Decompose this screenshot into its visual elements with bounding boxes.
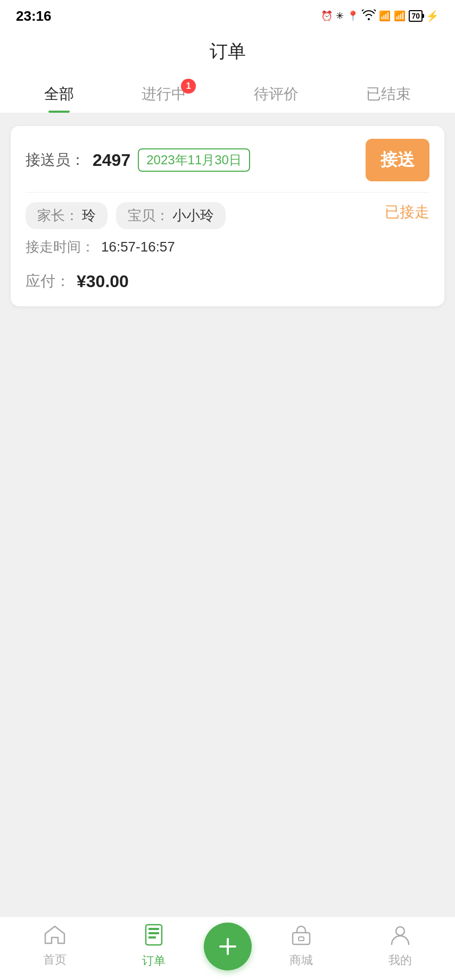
child-tag-label: 宝贝： bbox=[128, 206, 169, 225]
order-card-header: 接送员： 2497 2023年11月30日 接送 bbox=[26, 139, 429, 181]
tabs-bar: 全部 进行中 1 待评价 已结束 bbox=[0, 74, 455, 113]
content-area: 接送员： 2497 2023年11月30日 接送 已接走 家长： 玲 宝贝： 小… bbox=[0, 113, 455, 916]
courier-label: 接送员： bbox=[26, 150, 85, 170]
svg-point-8 bbox=[396, 927, 404, 935]
order-date-badge: 2023年11月30日 bbox=[138, 148, 250, 172]
order-time-row: 接走时间： 16:57-16:57 bbox=[26, 238, 429, 256]
nav-item-orders[interactable]: 订单 bbox=[104, 924, 203, 969]
status-bar: 23:16 ⏰ ✳ 📍 📶 📶 70 ⚡ bbox=[0, 0, 455, 30]
amount-value: ¥30.00 bbox=[77, 272, 129, 291]
order-card: 接送员： 2497 2023年11月30日 接送 已接走 家长： 玲 宝贝： 小… bbox=[11, 126, 444, 306]
mine-icon bbox=[390, 924, 411, 949]
child-tag-value: 小小玲 bbox=[172, 206, 214, 225]
amount-label: 应付： bbox=[26, 271, 70, 291]
order-status-label: 已接走 bbox=[385, 202, 429, 222]
order-divider bbox=[26, 192, 429, 192]
svg-rect-3 bbox=[148, 936, 156, 939]
nav-item-mine[interactable]: 我的 bbox=[351, 924, 450, 968]
signal-icon: 📶 bbox=[379, 10, 391, 22]
charging-icon: ⚡ bbox=[426, 10, 439, 22]
svg-rect-2 bbox=[148, 932, 159, 934]
bluetooth-icon: ✳ bbox=[336, 10, 344, 22]
jiesong-button[interactable]: 接送 bbox=[366, 139, 429, 181]
tab-all-label: 全部 bbox=[44, 84, 74, 104]
svg-rect-0 bbox=[146, 925, 162, 945]
nav-mine-label: 我的 bbox=[388, 952, 412, 968]
nav-shop-label: 商城 bbox=[289, 952, 313, 968]
parent-tag-value: 玲 bbox=[82, 206, 96, 225]
parent-tag-label: 家长： bbox=[37, 206, 79, 225]
tab-ongoing[interactable]: 进行中 1 bbox=[131, 74, 197, 113]
nav-home-label: 首页 bbox=[43, 952, 67, 968]
location-icon: 📍 bbox=[347, 10, 359, 22]
tab-all[interactable]: 全部 bbox=[34, 74, 85, 113]
svg-rect-6 bbox=[293, 933, 310, 944]
tab-ended-label: 已结束 bbox=[366, 84, 411, 104]
order-time-value: 16:57-16:57 bbox=[101, 239, 175, 255]
svg-rect-7 bbox=[299, 937, 304, 941]
order-card-body: 已接走 家长： 玲 宝贝： 小小玲 接走时间： 16:57-16:57 bbox=[26, 202, 429, 291]
nav-orders-label: 订单 bbox=[142, 953, 166, 969]
tab-ongoing-badge: 1 bbox=[181, 79, 196, 94]
home-icon bbox=[44, 925, 65, 949]
orders-icon bbox=[144, 924, 164, 950]
add-button[interactable] bbox=[204, 923, 252, 970]
tab-pending-review[interactable]: 待评价 bbox=[243, 74, 309, 113]
battery-icon: 70 bbox=[409, 10, 423, 22]
page-title: 订单 bbox=[0, 39, 455, 64]
nav-item-shop[interactable]: 商城 bbox=[252, 924, 351, 968]
order-time-label: 接走时间： bbox=[26, 238, 95, 256]
tags-row: 家长： 玲 宝贝： 小小玲 bbox=[26, 202, 429, 229]
courier-id: 2497 bbox=[93, 150, 130, 170]
nav-item-home[interactable]: 首页 bbox=[5, 925, 104, 968]
shop-icon bbox=[291, 924, 312, 949]
tab-ended[interactable]: 已结束 bbox=[355, 74, 421, 113]
status-time: 23:16 bbox=[16, 8, 52, 24]
order-amount-row: 应付： ¥30.00 bbox=[26, 271, 429, 291]
order-courier: 接送员： 2497 2023年11月30日 bbox=[26, 148, 250, 172]
status-icons: ⏰ ✳ 📍 📶 📶 70 ⚡ bbox=[321, 10, 439, 23]
tab-ongoing-label: 进行中 bbox=[142, 84, 186, 104]
bottom-nav: 首页 订单 商城 bbox=[0, 916, 455, 980]
page-title-bar: 订单 bbox=[0, 30, 455, 74]
tab-pending-review-label: 待评价 bbox=[254, 84, 299, 104]
alarm-icon: ⏰ bbox=[321, 10, 333, 22]
nav-item-add[interactable] bbox=[204, 923, 252, 970]
parent-tag: 家长： 玲 bbox=[26, 202, 107, 229]
child-tag: 宝贝： 小小玲 bbox=[116, 202, 226, 229]
svg-rect-1 bbox=[148, 928, 159, 930]
signal-icon-2: 📶 bbox=[394, 10, 406, 22]
wifi-icon bbox=[362, 10, 376, 23]
